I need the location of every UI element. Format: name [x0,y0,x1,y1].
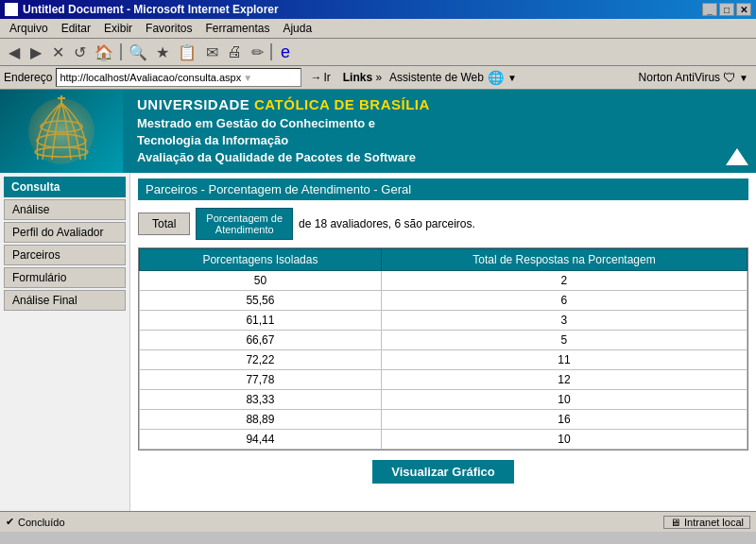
cell-porcentagem: 83,33 [140,390,382,410]
cell-porcentagem: 61,11 [140,311,382,331]
go-arrow-icon: → [310,71,321,84]
sidebar-item-perfil[interactable]: Perfil do Avaliador [4,222,126,243]
window-controls: _ □ ✕ [702,3,751,16]
cell-total: 12 [381,370,747,390]
table-row: 61,113 [140,311,747,331]
menu-ajuda[interactable]: Ajuda [277,21,318,36]
table-row: 502 [140,271,747,291]
sidebar-header: Consulta [4,177,126,197]
cell-total: 5 [381,331,747,350]
menu-favoritos[interactable]: Favoritos [140,21,198,36]
status-bar: ✔ Concluído 🖥 Intranet local [0,511,756,532]
tab-porcentagem[interactable]: Porcentagem deAtendimento [196,208,293,240]
content-area: Parceiros - Porcentagem de Atendimento -… [130,173,756,511]
table-row: 55,566 [140,291,747,311]
content-title: Parceiros - Porcentagem de Atendimento -… [138,178,748,200]
sidebar: Consulta Análise Perfil do Avaliador Par… [0,173,130,511]
status-text: Concluído [18,517,65,528]
main-area: Consulta Análise Perfil do Avaliador Par… [0,173,756,511]
table-row: 72,2211 [140,350,747,370]
menu-ferramentas[interactable]: Ferramentas [199,21,275,36]
status-done-icon: ✔ [6,516,14,528]
minimize-button[interactable]: _ [702,3,717,16]
links-label: Links [343,71,372,84]
header-arrow-area [718,90,756,173]
refresh-button[interactable]: ↺ [69,42,90,62]
close-button[interactable]: ✕ [736,3,751,16]
home-button[interactable]: 🏠 [91,42,117,62]
go-label: Ir [323,71,330,84]
table-wrapper[interactable]: Porcentagens Isoladas Total de Respostas… [138,247,748,450]
cell-total: 10 [381,430,747,450]
header-text-area: UNIVERSIDADE CATÓLICA DE BRASÍLIA Mestra… [123,90,718,173]
sidebar-item-analise[interactable]: Análise [4,199,126,220]
table-row: 66,675 [140,331,747,350]
sidebar-item-formulario[interactable]: Formulário [4,267,126,288]
menu-arquivo[interactable]: Arquivo [4,21,54,36]
print-button[interactable]: 🖨 [223,42,246,62]
header-logo [0,90,123,173]
favorites-button[interactable]: ★ [152,42,173,62]
toolbar-separator-1 [120,43,122,60]
cell-total: 10 [381,390,747,410]
university-name: UNIVERSIDADE CATÓLICA DE BRASÍLIA [137,96,704,112]
cell-porcentagem: 88,89 [140,410,382,430]
scroll-up-arrow[interactable] [726,148,748,165]
cell-total: 2 [381,271,747,291]
norton-dropdown-icon[interactable]: ▼ [739,73,748,83]
address-label: Endereço [4,71,52,84]
data-table: Porcentagens Isoladas Total de Respostas… [139,248,747,450]
cell-total: 6 [381,291,747,311]
go-button[interactable]: → Ir [305,70,335,85]
cathedral-svg [14,94,109,169]
tab-total[interactable]: Total [138,212,190,235]
page-header: UNIVERSIDADE CATÓLICA DE BRASÍLIA Mestra… [0,90,756,173]
toolbar-separator-2 [270,43,272,60]
address-bar: Endereço http://localhost/Avaliacao/cons… [0,66,756,90]
dropdown-icon[interactable]: ▼ [507,73,517,83]
menu-editar[interactable]: Editar [56,21,96,36]
window-title: Untitled Document - Microsoft Internet E… [23,3,279,16]
norton-icon: 🛡 [723,70,736,85]
sidebar-item-parceiros[interactable]: Parceiros [4,245,126,265]
mail-button[interactable]: ✉ [201,42,222,62]
back-button[interactable]: ◀ [4,42,25,62]
table-row: 94,4410 [140,430,747,450]
header-line2: Tecnologia da Informação [137,132,704,149]
table-row: 77,7812 [140,370,747,390]
links-chevron-icon: » [375,71,382,84]
maximize-button[interactable]: □ [719,3,734,16]
intranet-icon: 🖥 [670,517,680,528]
app-icon: e [5,3,18,16]
intranet-label: Intranet local [684,517,744,528]
status-right: 🖥 Intranet local [663,516,750,529]
search-button[interactable]: 🔍 [125,42,151,62]
header-subtitle: Mestrado em Gestão do Conhecimento e Tec… [137,115,704,167]
ie-icon: e [275,42,296,62]
sidebar-item-analise-final[interactable]: Análise Final [4,290,126,311]
header-line3: Avaliação da Qualidade de Pacotes de Sof… [137,149,704,166]
address-url: http://localhost/Avaliacao/consulta.aspx [60,72,241,83]
table-row: 88,8916 [140,410,747,430]
address-input[interactable]: http://localhost/Avaliacao/consulta.aspx… [56,68,301,87]
cell-porcentagem: 55,56 [140,291,382,311]
cell-porcentagem: 72,22 [140,350,382,370]
tab-area: Total Porcentagem deAtendimento de 18 av… [138,208,748,240]
visualizar-grafico-button[interactable]: Visualizar Gráfico [372,460,514,484]
table-row: 83,3310 [140,390,747,410]
forward-button[interactable]: ▶ [26,42,46,62]
norton-label: Norton AntiVirus [639,71,721,84]
cell-total: 16 [381,410,747,430]
col-total: Total de Respostas na Porcentagem [381,249,747,271]
web-assistant-label[interactable]: Assistente de Web [389,71,484,84]
cell-porcentagem: 66,67 [140,331,382,350]
edit-button[interactable]: ✏ [247,42,267,62]
stop-button[interactable]: ✕ [47,42,68,62]
menu-exibir[interactable]: Exibir [98,21,138,36]
cell-porcentagem: 77,78 [140,370,382,390]
cell-total: 11 [381,350,747,370]
toolbar: ◀ ▶ ✕ ↺ 🏠 🔍 ★ 📋 ✉ 🖨 ✏ e [0,39,756,66]
links-button[interactable]: Links » [339,70,386,85]
cell-porcentagem: 50 [140,271,382,291]
history-button[interactable]: 📋 [174,42,200,62]
